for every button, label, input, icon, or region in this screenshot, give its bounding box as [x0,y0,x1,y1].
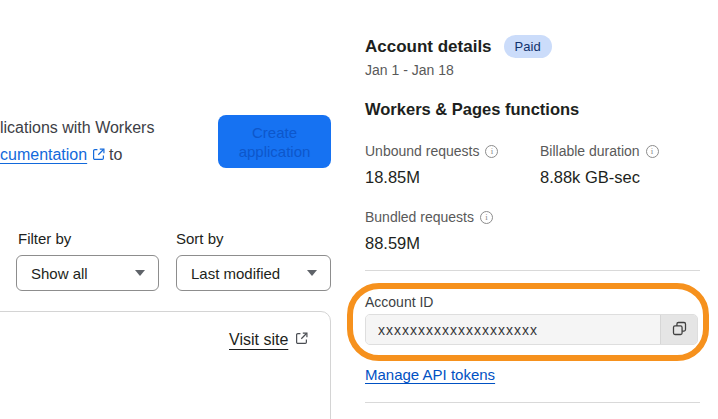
chevron-down-icon [307,270,317,276]
external-link-icon [92,142,105,169]
account-details-title: Account details [365,37,492,57]
stat-label: Bundled requests [365,209,474,225]
stat-unbound-requests: Unbound requests i 18.85M [365,143,498,187]
divider [365,270,700,271]
divider [365,402,700,403]
sort-dropdown[interactable]: Last modified [176,255,331,291]
stat-label-row: Billable duration i [540,143,659,159]
stat-label: Unbound requests [365,143,479,159]
documentation-link[interactable]: cumentation [0,146,87,163]
account-id-label: Account ID [365,294,433,310]
chevron-down-icon [135,270,145,276]
sort-by-label: Sort by [176,230,224,247]
create-application-button[interactable]: Create application [218,115,331,168]
visit-site-link[interactable]: Visit site [229,331,288,349]
plan-badge: Paid [504,35,552,58]
sort-dropdown-value: Last modified [191,265,280,282]
project-card [0,311,331,419]
stat-value: 88.59M [365,234,493,253]
stat-label-row: Bundled requests i [365,209,493,225]
account-id-group [365,314,698,345]
visit-site-row: Visit site [229,331,308,349]
stat-billable-duration: Billable duration i 8.88k GB-sec [540,143,659,187]
filter-by-label: Filter by [18,230,71,247]
info-circle-icon[interactable]: i [480,211,493,224]
filter-dropdown[interactable]: Show all [16,255,159,291]
info-circle-icon[interactable]: i [646,145,659,158]
manage-api-tokens-link[interactable]: Manage API tokens [365,366,495,383]
intro-text: lications with Workers cumentation to [0,114,154,169]
intro-line-2: cumentation to [0,141,154,169]
stat-bundled-requests: Bundled requests i 88.59M [365,209,493,253]
intro-line-1: lications with Workers [0,114,154,141]
billing-date-range: Jan 1 - Jan 18 [365,62,454,78]
stat-value: 8.88k GB-sec [540,168,659,187]
stat-label: Billable duration [540,143,640,159]
functions-section-title: Workers & Pages functions [365,100,579,119]
intro-text-fragment: lications with Workers [0,119,154,136]
stat-label-row: Unbound requests i [365,143,498,159]
intro-text-suffix: to [109,146,122,163]
workers-pages-dashboard: lications with Workers cumentation to Cr… [0,0,718,419]
info-circle-icon[interactable]: i [485,145,498,158]
filter-dropdown-value: Show all [31,265,88,282]
copy-icon [672,321,687,339]
copy-button[interactable] [660,315,697,344]
stat-value: 18.85M [365,168,498,187]
account-id-input[interactable] [366,315,660,344]
account-details-header: Account details Paid [365,35,552,58]
external-link-icon [295,331,308,349]
